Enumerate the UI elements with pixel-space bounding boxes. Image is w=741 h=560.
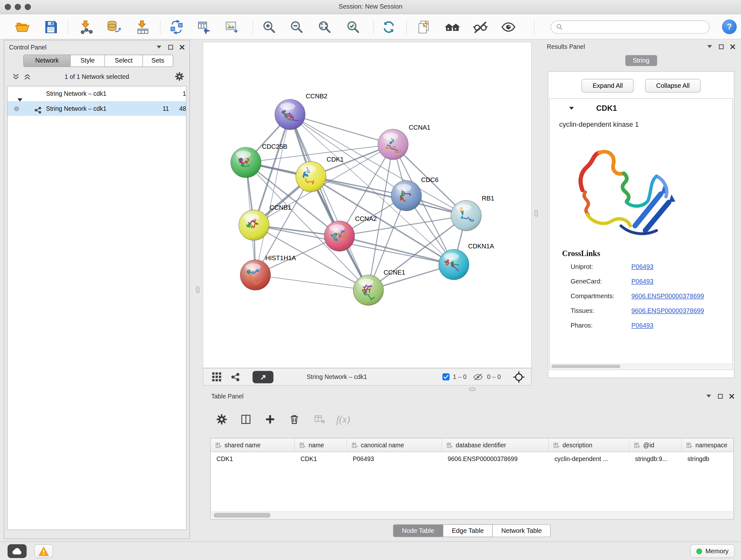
snapshot-button[interactable] [415,18,433,37]
network-graph[interactable]: CCNB2CCNA1CDC25BCDK1CDC6RB1CCNB1CCNA2CDK… [203,42,531,368]
network-type-button[interactable] [231,368,240,385]
search-input[interactable] [566,23,710,31]
table-tab-node-table[interactable]: Node Table [393,524,443,537]
collapse-all-button[interactable]: Collapse All [645,79,700,92]
edge-CCNB2-CCNA1[interactable] [290,114,393,144]
crosslink-link[interactable]: 9606.ENSP00000378699 [631,307,704,314]
table-cell[interactable]: CDK1 [211,455,294,462]
right-splitter-handle[interactable] [535,210,538,216]
network-row[interactable]: String Network – cdk1 11 48 [8,101,186,116]
control-panel-float-button[interactable] [156,45,162,49]
import-network-file-button[interactable] [77,18,95,37]
column-header-namespace[interactable]: namespace [682,438,734,452]
results-panel-close-button[interactable] [730,44,735,49]
table-tab-edge-table[interactable]: Edge Table [443,524,493,537]
save-session-button[interactable] [42,18,60,37]
apply-layout-button[interactable] [380,18,398,37]
export-image-button[interactable] [223,18,241,37]
network-options-button[interactable] [174,71,185,83]
node-CCNA1[interactable]: CCNA1 [378,124,430,160]
column-header-database-identifier[interactable]: database identifier [442,438,549,452]
node-CCNB1[interactable]: CCNB1 [239,204,291,240]
edge-CCNB2-CCNE1[interactable] [290,114,368,290]
control-panel-tab-network[interactable]: Network [23,55,71,67]
column-header-canonical-name[interactable]: canonical name [347,438,442,452]
column-header-shared-name[interactable]: shared name [211,438,294,452]
grid-view-button[interactable] [212,368,221,385]
table-panel-maximize-button[interactable] [718,393,723,398]
results-panel-float-button[interactable] [707,45,713,49]
crosslink-link[interactable]: 9606.ENSP00000378699 [631,293,704,300]
function-builder-button[interactable]: f(x) [334,410,352,428]
help-button[interactable]: ? [722,19,737,34]
warnings-button[interactable] [34,544,53,558]
crosslink-link[interactable]: P06493 [631,263,653,270]
network-from-selection-button[interactable] [195,18,213,37]
delete-column-button[interactable] [285,410,304,428]
node-RB1[interactable]: RB1 [451,195,494,231]
node-CDK1[interactable]: CDK1 [296,156,344,192]
table-cell[interactable]: cyclin-dependent ... [549,455,630,462]
edge-CCNB2-HIST1H1A[interactable] [255,114,290,275]
table-cell[interactable]: 9606.ENSP00000378699 [442,455,549,462]
network-canvas[interactable]: CCNB2CCNA1CDC25BCDK1CDC6RB1CCNB1CCNA2CDK… [203,42,532,368]
network-collection-row[interactable]: String Network – cdk1 1 [8,86,186,101]
column-header-name[interactable]: name [295,438,347,452]
table-panel-close-button[interactable] [729,393,734,398]
show-columns-button[interactable] [237,410,255,428]
table-cell[interactable]: CDK1 [295,455,347,462]
zoom-out-button[interactable] [287,18,306,37]
node-CDKN1A[interactable]: CDKN1A [439,243,494,280]
selected-checkbox-icon[interactable] [442,373,449,380]
delete-table-button[interactable] [311,410,329,428]
edge-HIST1H1A-CCNE1[interactable] [255,275,368,290]
network-view-toolbar: String Network – cdk1 1 – 0 0 – 0 [203,368,532,386]
control-panel-tab-style[interactable]: Style [71,55,105,67]
column-header-description[interactable]: description [549,438,630,452]
table-cell[interactable]: stringdb:9... [629,455,682,462]
zoom-selected-button[interactable] [344,18,362,37]
table-panel-float-button[interactable] [706,394,712,398]
node-HIST1H1A[interactable]: HIST1H1A [240,254,296,290]
home-button[interactable] [443,18,461,37]
table-options-button[interactable] [212,410,231,428]
status-bar: Memory [0,542,741,560]
expand-all-button[interactable]: Expand All [582,79,634,92]
zoom-fit-button[interactable] [316,18,334,37]
column-header--id[interactable]: @id [629,438,682,452]
birdseye-view-button[interactable] [253,371,273,383]
fit-selection-button[interactable] [513,371,525,385]
crosslink-link[interactable]: P06493 [631,278,653,285]
zoom-in-button[interactable] [260,18,278,37]
show-hidden-button[interactable] [499,18,518,37]
gene-card-hscrollbar[interactable] [550,364,732,369]
crosslink-link[interactable]: P06493 [631,322,653,329]
results-panel-maximize-button[interactable] [719,44,724,49]
network-edges[interactable] [246,114,466,290]
create-column-button[interactable] [261,410,279,428]
table-cell[interactable]: P06493 [347,455,442,462]
collapse-caret-icon[interactable] [569,106,575,110]
memory-button[interactable]: Memory [690,544,735,558]
control-panel-maximize-button[interactable] [168,44,173,50]
results-tab-string[interactable]: String [625,55,657,66]
left-splitter-handle[interactable] [196,287,199,293]
control-panel-close-button[interactable] [179,44,185,50]
table-cell[interactable]: stringdb [682,455,734,462]
hide-selected-button[interactable] [471,18,489,37]
table-tab-network-table[interactable]: Network Table [493,524,551,537]
cloud-button[interactable] [8,544,27,558]
import-network-database-button[interactable] [105,18,123,37]
node-CCNB2[interactable]: CCNB2 [275,92,327,130]
node-table[interactable]: shared namenamecanonical namedatabase id… [210,438,734,519]
table-hscrollbar[interactable] [211,511,733,518]
node-CDC6[interactable]: CDC6 [391,176,439,211]
new-network-button[interactable] [167,18,186,37]
import-table-button[interactable] [134,18,152,37]
control-panel-tab-select[interactable]: Select [105,55,143,67]
table-row[interactable]: CDK1CDK1P064939606.ENSP00000378699cyclin… [211,452,733,465]
open-session-button[interactable] [13,18,31,37]
gene-card-header[interactable]: CDK1 [550,99,733,118]
network-nodes[interactable]: CCNB2CCNA1CDC25BCDK1CDC6RB1CCNB1CCNA2CDK… [231,92,494,306]
control-panel-tab-sets[interactable]: Sets [143,55,173,67]
